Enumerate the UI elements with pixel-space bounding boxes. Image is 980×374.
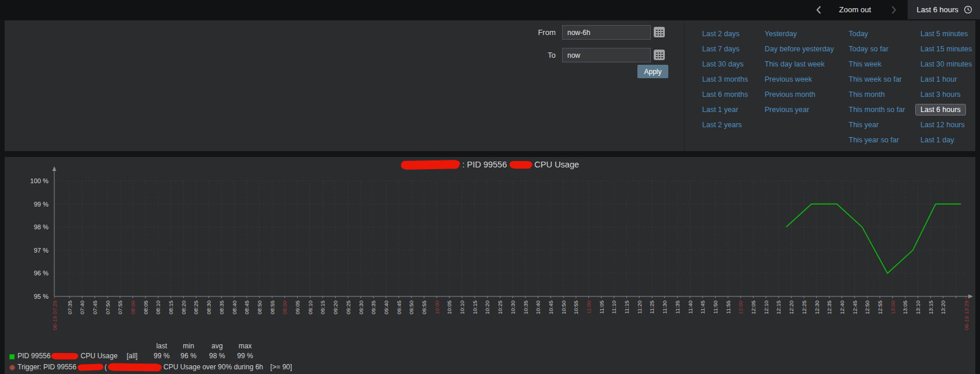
time-filter-panel: From To Apply Last 2 daysLast 7 daysLast… [5, 20, 975, 151]
filter-divider [684, 20, 685, 151]
quick-range-this-month[interactable]: This month [849, 90, 885, 99]
time-range-picker-button[interactable]: Last 6 hours [908, 0, 980, 19]
legend-series-label: PID 99556 [18, 352, 51, 360]
quick-range-last-3-hours[interactable]: Last 3 hours [920, 90, 961, 99]
quick-ranges-column-4: Last 5 minutesLast 15 minutesLast 30 min… [920, 26, 972, 148]
apply-button[interactable]: Apply [637, 65, 668, 78]
quick-ranges-column-3: TodayToday so farThis weekThis week so f… [849, 26, 905, 148]
legend-header-last: last [149, 342, 175, 350]
quick-range-last-1-day[interactable]: Last 1 day [920, 136, 954, 144]
time-shift-left-button[interactable] [811, 0, 826, 19]
quick-range-previous-week[interactable]: Previous week [765, 75, 812, 83]
to-label: To [515, 51, 556, 60]
quick-range-last-6-months[interactable]: Last 6 months [702, 90, 748, 99]
quick-range-today[interactable]: Today [849, 30, 868, 38]
calendar-icon [655, 29, 663, 36]
quick-range-this-month-so-far[interactable]: This month so far [849, 106, 905, 114]
graph-panel: : PID 99556 CPU Usage 100 %99 %98 %97 %9… [5, 157, 975, 374]
quick-range-last-1-hour[interactable]: Last 1 hour [920, 75, 957, 83]
quick-range-last-1-year[interactable]: Last 1 year [702, 106, 738, 114]
legend-trigger-condition: [>= 90] [270, 363, 292, 371]
quick-range-previous-year[interactable]: Previous year [765, 106, 809, 114]
series-color-marker [9, 354, 15, 359]
quick-ranges-column-2: YesterdayDay before yesterdayThis day la… [765, 26, 834, 117]
quick-range-this-week-so-far[interactable]: This week so far [849, 75, 902, 83]
legend-header-max: max [232, 342, 258, 350]
quick-range-this-year-so-far[interactable]: This year so far [849, 136, 899, 144]
legend-header-min: min [176, 342, 201, 350]
quick-range-this-week[interactable]: This week [849, 60, 881, 68]
redaction-scribble [78, 363, 103, 371]
quick-range-day-before-yesterday[interactable]: Day before yesterday [765, 45, 834, 53]
quick-range-last-6-hours[interactable]: Last 6 hours [915, 104, 966, 116]
legend-trigger-paren: ( [104, 363, 107, 371]
zoom-out-button[interactable]: Zoom out [839, 5, 871, 14]
from-input[interactable] [562, 25, 651, 40]
quick-range-last-30-days[interactable]: Last 30 days [702, 60, 744, 68]
to-input[interactable] [562, 48, 651, 62]
legend-value-max: 99 % [232, 352, 258, 360]
clock-icon [964, 5, 972, 14]
redaction-scribble [108, 363, 162, 372]
quick-range-this-day-last-week[interactable]: This day last week [765, 60, 825, 68]
calendar-icon [655, 52, 663, 58]
to-calendar-button[interactable] [654, 50, 665, 60]
quick-ranges-column-1: Last 2 daysLast 7 daysLast 30 daysLast 3… [702, 26, 748, 132]
quick-range-last-2-days[interactable]: Last 2 days [702, 30, 740, 38]
quick-range-last-7-days[interactable]: Last 7 days [702, 45, 740, 53]
quick-range-today-so-far[interactable]: Today so far [849, 45, 888, 53]
trigger-marker-icon [9, 365, 15, 370]
legend-header-avg: avg [204, 342, 230, 350]
quick-range-yesterday[interactable]: Yesterday [765, 30, 797, 38]
chevron-left-icon [816, 6, 821, 14]
graph-legend: last min avg max PID 99556 CPU Usage [al… [5, 157, 975, 374]
time-range-label: Last 6 hours [916, 5, 958, 14]
quick-range-last-15-minutes[interactable]: Last 15 minutes [920, 45, 972, 53]
legend-series-label: CPU Usage [81, 352, 117, 360]
top-navigation-bar: Zoom out Last 6 hours [0, 0, 980, 19]
legend-value-avg: 98 % [204, 352, 230, 360]
legend-value-min: 96 % [176, 352, 201, 360]
legend-trigger-label: CPU Usage over 90% during 6h [163, 363, 263, 371]
quick-range-this-year[interactable]: This year [849, 121, 878, 129]
legend-series-scope: [all] [127, 352, 138, 360]
quick-range-last-3-months[interactable]: Last 3 months [702, 75, 748, 83]
from-calendar-button[interactable] [654, 27, 665, 37]
quick-range-last-2-years[interactable]: Last 2 years [702, 121, 742, 129]
legend-value-last: 99 % [149, 352, 175, 360]
quick-range-previous-month[interactable]: Previous month [765, 90, 815, 99]
quick-range-last-5-minutes[interactable]: Last 5 minutes [920, 30, 968, 38]
chevron-right-icon [891, 6, 897, 14]
legend-trigger-label: Trigger: PID 99556 [18, 363, 76, 371]
redaction-scribble [51, 353, 78, 359]
from-label: From [515, 28, 556, 37]
quick-range-last-30-minutes[interactable]: Last 30 minutes [920, 60, 972, 68]
quick-range-last-12-hours[interactable]: Last 12 hours [920, 121, 965, 129]
time-shift-right-button[interactable] [886, 0, 901, 19]
